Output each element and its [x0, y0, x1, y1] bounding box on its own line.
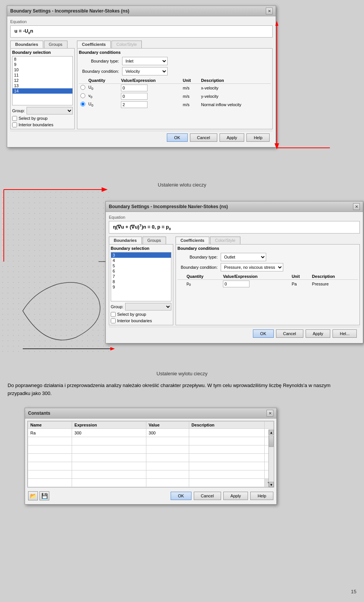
input-v0[interactable]	[121, 93, 147, 100]
dialog-buttons-1: OK Cancel Apply Help	[10, 131, 273, 144]
help-button-2[interactable]: Hel...	[333, 329, 357, 338]
cancel-button-3[interactable]: Cancel	[194, 492, 221, 500]
body-text: Do poprawnego działania i przeprowadzeni…	[4, 382, 356, 398]
list-item[interactable]: 8	[111, 279, 171, 284]
boundary-condition-label-1: Boundary condition:	[79, 69, 121, 74]
dialog-boundary-settings-2[interactable]: Boundary Settings - Incompressible Navie…	[105, 201, 363, 343]
col-quantity: Quantity	[87, 77, 119, 84]
list-item[interactable]: 4	[111, 258, 171, 263]
radio-u0[interactable]	[80, 85, 85, 90]
radio-U0-normal[interactable]	[80, 102, 85, 107]
tab-color-style-2[interactable]: Color/Style	[210, 237, 240, 244]
table-row: Ra 300 300	[28, 429, 274, 437]
list-item[interactable]: 13	[13, 83, 72, 88]
scroll-up[interactable]: ▲	[269, 430, 274, 435]
group-dropdown-1[interactable]	[27, 107, 73, 114]
input-p0[interactable]	[223, 281, 249, 287]
apply-button-1[interactable]: Apply	[220, 133, 245, 142]
table-row: ▼	[28, 479, 274, 487]
titlebar-1: Boundary Settings - Incompressible Navie…	[7, 6, 276, 16]
group-dropdown-2[interactable]	[125, 303, 171, 310]
boundary-condition-dropdown-2[interactable]: Pressure, no viscous stress	[221, 263, 283, 271]
ok-button-3[interactable]: OK	[171, 492, 191, 500]
input-U0-normal[interactable]	[121, 101, 147, 108]
list-item[interactable]: 10	[13, 67, 72, 72]
radio-v0[interactable]	[80, 93, 85, 98]
boundary-type-dropdown-2[interactable]: Outlet	[221, 253, 266, 261]
table-row: U0 m/s Normal inflow velocity	[79, 100, 271, 109]
tab-groups-1[interactable]: Groups	[44, 41, 67, 48]
interior-boundaries-checkbox-2[interactable]	[111, 318, 116, 323]
equation-box-1: u = -U0n	[10, 25, 273, 38]
save-button[interactable]: 💾	[39, 491, 49, 500]
const-desc[interactable]	[189, 429, 265, 437]
select-by-group-checkbox-1[interactable]	[12, 116, 17, 121]
list-item[interactable]: 11	[13, 72, 72, 78]
titlebar-2: Boundary Settings - Incompressible Navie…	[106, 202, 363, 212]
close-button-1[interactable]: ✕	[266, 8, 273, 14]
help-button-1[interactable]: Help	[246, 133, 270, 142]
page-number: 15	[351, 589, 356, 594]
boundary-type-label-1: Boundary type:	[79, 59, 121, 63]
boundary-list-2[interactable]: 3 4 5 6 7 8 9	[111, 252, 171, 301]
diagram-area-2	[0, 190, 110, 353]
col-expression: Expression	[72, 422, 146, 429]
boundary-conditions-label-2: Boundary conditions	[177, 246, 358, 251]
unit-u0: m/s	[181, 83, 199, 92]
help-button-3[interactable]: Help	[250, 492, 273, 500]
const-value[interactable]: 300	[146, 429, 189, 437]
table-row: U0 m/s x-velocity	[79, 83, 271, 92]
close-button-2[interactable]: ✕	[353, 203, 360, 210]
select-by-group-checkbox-2[interactable]	[111, 312, 116, 317]
cancel-button-2[interactable]: Cancel	[276, 329, 303, 338]
boundary-type-dropdown-1[interactable]: Inlet	[122, 57, 168, 65]
boundary-list-1[interactable]: 8 9 10 11 12 13 14	[12, 56, 73, 105]
dialog-constants[interactable]: Constants ✕ Name Expression Value Descri…	[25, 408, 277, 505]
tab-color-style-1[interactable]: Color/Style	[111, 41, 142, 48]
apply-button-2[interactable]: Apply	[306, 329, 331, 338]
tab-boundaries-2[interactable]: Boundaries	[109, 237, 142, 244]
cancel-button-1[interactable]: Cancel	[190, 133, 217, 142]
apply-button-3[interactable]: Apply	[223, 492, 248, 500]
boundary-type-label-2: Boundary type:	[177, 255, 219, 259]
const-expression[interactable]: 300	[72, 429, 146, 437]
ok-button-2[interactable]: OK	[253, 329, 274, 338]
col-unit-2: Unit	[290, 273, 311, 280]
caption-2: Ustalenie wylotu cieczy	[0, 371, 364, 376]
input-u0[interactable]	[121, 85, 147, 91]
equation-label-2: Equation	[109, 215, 360, 219]
table-row	[28, 454, 274, 462]
tab-groups-2[interactable]: Groups	[143, 237, 166, 244]
desc-v0: y-velocity	[199, 92, 271, 100]
desc-u0: x-velocity	[199, 83, 271, 92]
qty-v0: v0	[87, 92, 119, 100]
dialog-boundary-settings-1[interactable]: Boundary Settings - Incompressible Navie…	[7, 5, 276, 147]
boundary-condition-dropdown-1[interactable]: Velocity	[122, 67, 168, 75]
list-item-selected[interactable]: 14	[13, 88, 72, 94]
titlebar-text-2: Boundary Settings - Incompressible Navie…	[109, 204, 228, 209]
list-item[interactable]: 5	[111, 263, 171, 268]
ok-button-1[interactable]: OK	[167, 133, 188, 142]
const-name[interactable]: Ra	[28, 429, 72, 437]
scroll-down[interactable]: ▼	[269, 482, 274, 487]
open-file-button[interactable]: 📂	[28, 491, 38, 500]
list-item[interactable]: 12	[13, 78, 72, 83]
scrollbar-vert[interactable]: ▲ ▼	[268, 430, 274, 487]
scroll-thumb[interactable]	[269, 436, 274, 447]
list-item[interactable]: 3	[111, 252, 171, 258]
group-label-1: Group:	[12, 108, 25, 113]
list-item[interactable]: 9	[111, 284, 171, 290]
tab-boundaries-1[interactable]: Boundaries	[10, 41, 43, 48]
tab-coefficients-2[interactable]: Coefficients	[176, 237, 209, 244]
unit-p0: Pa	[290, 279, 311, 288]
tab-coefficients-1[interactable]: Coefficients	[77, 41, 111, 48]
list-item[interactable]: 8	[13, 56, 72, 62]
list-item[interactable]: 9	[13, 62, 72, 67]
const-name-empty[interactable]	[28, 437, 72, 445]
close-button-3[interactable]: ✕	[267, 410, 273, 417]
col-radio-2	[177, 273, 185, 280]
list-item[interactable]: 6	[111, 268, 171, 274]
interior-boundaries-checkbox-1[interactable]	[12, 122, 17, 127]
col-value: Value	[146, 422, 189, 429]
list-item[interactable]: 7	[111, 274, 171, 279]
